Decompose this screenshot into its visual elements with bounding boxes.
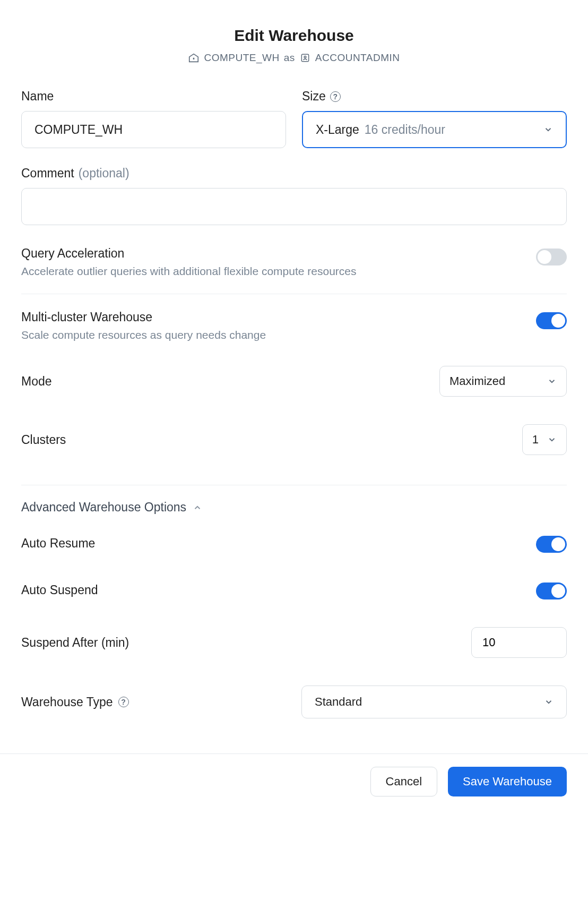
help-icon[interactable]: ? xyxy=(330,91,341,102)
suspend-after-label: Suspend After (min) xyxy=(21,636,129,650)
chevron-down-icon xyxy=(544,697,554,707)
size-select[interactable]: X-Large 16 credits/hour xyxy=(302,111,567,148)
clusters-value: 1 xyxy=(532,433,539,447)
name-label: Name xyxy=(21,89,286,104)
multi-cluster-title: Multi-cluster Warehouse xyxy=(21,310,523,324)
auto-resume-toggle[interactable] xyxy=(536,536,567,553)
auto-resume-label: Auto Resume xyxy=(21,536,95,551)
warehouse-icon xyxy=(188,52,200,64)
save-button[interactable]: Save Warehouse xyxy=(448,767,567,796)
warehouse-type-select[interactable]: Standard xyxy=(301,686,567,718)
clusters-label: Clusters xyxy=(21,433,66,447)
auto-suspend-toggle[interactable] xyxy=(536,583,567,599)
context-role: ACCOUNTADMIN xyxy=(315,52,400,64)
size-value: X-Large xyxy=(316,123,359,137)
mode-select[interactable]: Maximized xyxy=(439,366,567,397)
chevron-down-icon xyxy=(543,125,553,134)
multi-cluster-toggle[interactable] xyxy=(536,312,567,329)
name-input[interactable] xyxy=(21,111,286,148)
warehouse-type-value: Standard xyxy=(315,695,362,709)
comment-input[interactable] xyxy=(21,188,567,225)
size-credits: 16 credits/hour xyxy=(365,123,445,137)
query-accel-desc: Accelerate outlier queries with addition… xyxy=(21,265,523,278)
chevron-down-icon xyxy=(547,435,557,444)
query-accel-title: Query Acceleration xyxy=(21,246,523,261)
chevron-up-icon xyxy=(193,503,202,512)
context-as: as xyxy=(284,52,295,64)
mode-value: Maximized xyxy=(449,374,505,388)
comment-label: Comment (optional) xyxy=(21,166,567,181)
chevron-down-icon xyxy=(547,376,557,386)
warehouse-type-label: Warehouse Type ? xyxy=(21,695,129,709)
auto-suspend-label: Auto Suspend xyxy=(21,583,98,597)
role-icon xyxy=(299,52,311,64)
query-accel-toggle[interactable] xyxy=(536,249,567,265)
clusters-select[interactable]: 1 xyxy=(522,424,567,455)
suspend-after-input[interactable] xyxy=(471,627,567,658)
multi-cluster-desc: Scale compute resources as query needs c… xyxy=(21,329,523,341)
cancel-button[interactable]: Cancel xyxy=(370,767,437,796)
help-icon[interactable]: ? xyxy=(118,697,129,707)
size-label: Size ? xyxy=(302,89,567,104)
page-title: Edit Warehouse xyxy=(21,27,567,45)
mode-label: Mode xyxy=(21,374,52,389)
svg-point-1 xyxy=(304,56,306,58)
context-subtitle: COMPUTE_WH as ACCOUNTADMIN xyxy=(21,52,567,64)
advanced-options-header[interactable]: Advanced Warehouse Options xyxy=(21,485,567,520)
context-warehouse: COMPUTE_WH xyxy=(204,52,279,64)
